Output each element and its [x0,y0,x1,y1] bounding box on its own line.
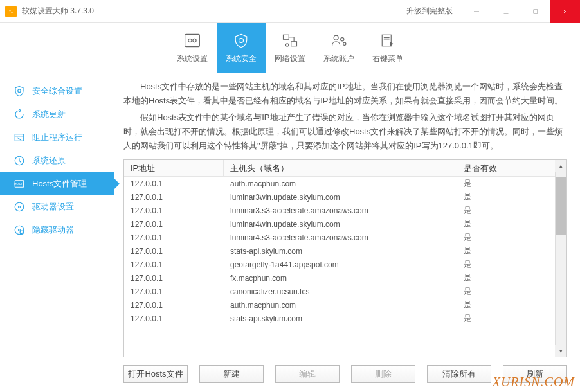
sidebar-item-label: Hosts文件管理 [32,178,87,190]
table-body[interactable]: 127.0.0.1auth.macphun.com是127.0.0.1lumin… [124,177,566,357]
maximize-button[interactable] [521,0,550,23]
sidebar-item-label: 阻止程序运行 [32,132,82,143]
tab-system-security[interactable]: 系统安全 [217,23,266,73]
table-row[interactable]: 127.0.0.1geotargetly-1a441.appspot.com是 [124,258,566,271]
tab-label: 网络设置 [275,53,305,64]
col-header-ip[interactable]: IP地址 [124,160,224,176]
app-icon [5,6,17,17]
open-hosts-button[interactable]: 打开Hosts文件 [123,365,188,383]
table-row[interactable]: 127.0.0.1canonicalizer.ucsuri.tcs是 [124,285,566,298]
sidebar: 安全综合设置 系统更新 阻止程序运行 系统还原 HOSTSHosts文件管理 驱… [0,73,114,392]
sidebar-item-hide-drives[interactable]: 隐藏驱动器 [0,218,114,242]
sidebar-item-system-update[interactable]: 系统更新 [0,103,114,126]
minimize-button[interactable] [491,0,521,23]
app-title: 软媒设置大师 3.7.3.0 [22,6,397,17]
table-row[interactable]: 127.0.0.1fx.macphun.com是 [124,271,566,285]
cell-host: fx.macphun.com [224,271,457,285]
edit-button: 编辑 [275,365,340,383]
scrollbar-thumb[interactable] [556,177,566,235]
hide-drive-icon [14,224,25,236]
hosts-table: IP地址 主机头（域名） 是否有效 127.0.0.1auth.macphun.… [123,159,567,357]
tab-label: 系统账户 [323,53,354,64]
table-row[interactable]: 127.0.0.1luminar3.s3-accelerate.amazonaw… [124,204,566,217]
restore-icon [14,155,25,166]
cell-ip: 127.0.0.1 [124,190,224,204]
tab-label: 右键菜单 [372,53,403,64]
hosts-icon: HOSTS [14,178,25,190]
cell-host: luminar3win.update.skylum.com [224,190,457,204]
svg-point-20 [343,42,346,45]
svg-point-32 [19,206,21,208]
tab-label: 系统设置 [177,53,208,64]
new-button[interactable]: 新建 [199,365,264,383]
cell-ip: 127.0.0.1 [124,204,224,217]
svg-rect-21 [382,35,391,46]
shield-icon [232,32,250,49]
button-bar: 打开Hosts文件 新建 编辑 删除 清除所有 刷新 [123,357,567,392]
tab-system-settings[interactable]: 系统设置 [168,23,217,73]
drive-icon [14,201,25,213]
sidebar-item-system-restore[interactable]: 系统还原 [0,149,114,172]
cell-enabled: 是 [457,231,566,244]
cell-host: stats-api.skylum.com [224,312,457,325]
upgrade-link[interactable]: 升级到完整版 [397,6,462,17]
cell-ip: 127.0.0.1 [124,244,224,258]
table-row[interactable]: 127.0.0.1auth.macphun.com是 [124,177,566,190]
context-menu-icon [379,32,397,49]
table-row[interactable]: 127.0.0.1auth.macphun.com是 [124,298,566,312]
delete-button: 删除 [351,365,415,383]
scroll-down-icon[interactable]: ▾ [555,345,566,357]
top-nav: 系统设置 系统安全 网络设置 系统账户 右键菜单 [0,23,580,73]
table-row[interactable]: 127.0.0.1stats-api.skylum.com是 [124,244,566,258]
tab-system-accounts[interactable]: 系统账户 [314,23,363,73]
cell-enabled: 是 [457,190,566,204]
tab-label: 系统安全 [226,53,257,64]
sidebar-item-block-programs[interactable]: 阻止程序运行 [0,126,114,149]
clear-all-button[interactable]: 清除所有 [427,365,491,383]
table-row[interactable]: 127.0.0.1luminar4.s3-accelerate.amazonaw… [124,231,566,244]
cell-enabled: 是 [457,204,566,217]
tab-network-settings[interactable]: 网络设置 [266,23,314,73]
cell-host: luminar4win.update.skylum.com [224,217,457,231]
table-row[interactable]: 127.0.0.1stats-api.skylum.com是 [124,312,566,325]
cell-ip: 127.0.0.1 [124,217,224,231]
scrollbar[interactable]: ▴ ▾ [555,160,566,357]
cell-enabled: 是 [457,217,566,231]
sidebar-item-label: 驱动器设置 [32,201,74,213]
cell-host: stats-api.skylum.com [224,244,457,258]
refresh-button[interactable]: 刷新 [503,365,567,383]
cell-host: canonicalizer.ucsuri.tcs [224,285,457,298]
cell-host: geotargetly-1a441.appspot.com [224,258,457,271]
sidebar-item-label: 安全综合设置 [32,85,82,97]
svg-rect-6 [534,10,538,13]
col-header-enabled[interactable]: 是否有效 [457,160,566,176]
cell-ip: 127.0.0.1 [124,312,224,325]
refresh-icon [14,109,25,120]
gears-window-icon [183,32,201,49]
table-row[interactable]: 127.0.0.1luminar4win.update.skylum.com是 [124,217,566,231]
svg-point-34 [19,229,21,231]
svg-point-11 [193,39,196,42]
cell-ip: 127.0.0.1 [124,231,224,244]
svg-point-1 [12,12,13,13]
tab-context-menu[interactable]: 右键菜单 [363,23,412,73]
svg-line-27 [17,138,21,141]
scroll-up-icon[interactable]: ▴ [555,160,566,172]
sidebar-item-hosts-manage[interactable]: HOSTSHosts文件管理 [0,172,114,195]
sidebar-item-drive-settings[interactable]: 驱动器设置 [0,195,114,218]
content-pane: Hosts文件中存放的是一些网站主机的域名和其对应的IP地址。当我们在使用浏览器… [114,73,580,392]
menu-button[interactable] [462,0,491,23]
cell-ip: 127.0.0.1 [124,271,224,285]
svg-rect-25 [15,134,24,141]
close-button[interactable] [550,0,580,23]
blocked-window-icon [14,132,25,143]
svg-rect-13 [284,35,289,39]
table-row[interactable]: 127.0.0.1luminar3win.update.skylum.com是 [124,190,566,204]
svg-point-24 [18,89,21,93]
sidebar-item-label: 隐藏驱动器 [32,224,74,236]
cell-enabled: 是 [457,177,566,190]
sidebar-item-security-general[interactable]: 安全综合设置 [0,80,114,103]
svg-point-10 [188,39,192,42]
cell-ip: 127.0.0.1 [124,285,224,298]
col-header-host[interactable]: 主机头（域名） [224,160,457,176]
